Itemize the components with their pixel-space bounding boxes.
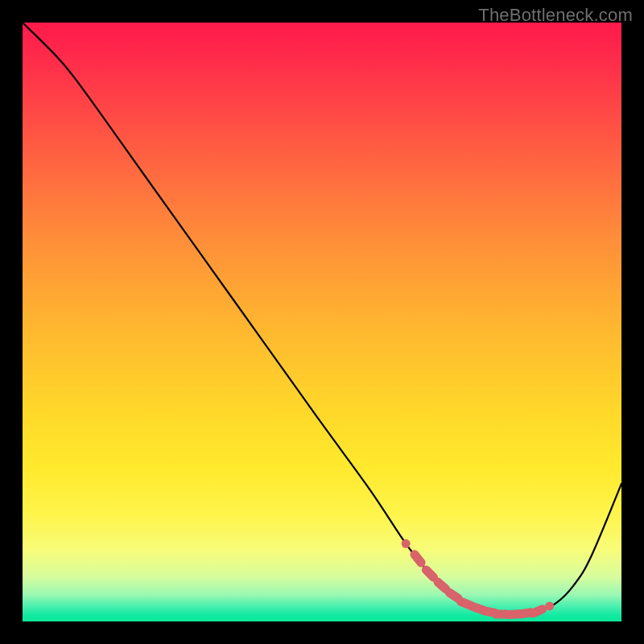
optimum-tick (533, 609, 543, 613)
optimum-markers (402, 539, 555, 615)
optimum-tick (438, 582, 446, 589)
bottleneck-curve (23, 23, 621, 615)
plot-area (23, 23, 621, 621)
optimum-dot (545, 601, 554, 610)
curve-layer (23, 23, 621, 621)
watermark-text: TheBottleneck.com (478, 5, 633, 26)
optimum-dot (402, 539, 411, 548)
optimum-tick (426, 570, 433, 577)
optimum-tick (449, 592, 458, 598)
optimum-tick (415, 555, 421, 563)
